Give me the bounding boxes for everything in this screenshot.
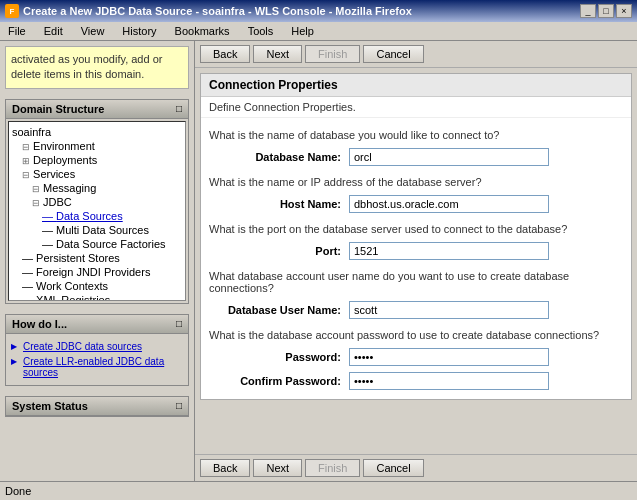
status-bar: Done bbox=[0, 481, 637, 499]
content-subheader: Define Connection Properties. bbox=[201, 97, 631, 118]
domain-structure-header: Domain Structure □ bbox=[6, 100, 188, 119]
left-panel: activated as you modify, add or delete i… bbox=[0, 41, 195, 481]
link-create-llr[interactable]: Create LLR-enabled JDBC data sources bbox=[11, 354, 183, 380]
question-password: What is the database account password to… bbox=[209, 323, 623, 344]
label-password: Password: bbox=[209, 351, 349, 363]
window-controls[interactable]: _ □ × bbox=[580, 4, 632, 18]
how-do-i-panel: How do I... □ Create JDBC data sources C… bbox=[5, 314, 189, 386]
input-password[interactable] bbox=[349, 348, 549, 366]
row-password: Password: bbox=[209, 348, 623, 366]
tree-work-contexts[interactable]: — Work Contexts bbox=[12, 279, 182, 293]
label-port: Port: bbox=[209, 245, 349, 257]
menu-view[interactable]: View bbox=[77, 24, 109, 38]
tree-root-label: soainfra bbox=[12, 126, 51, 138]
menu-bar: File Edit View History Bookmarks Tools H… bbox=[0, 22, 637, 41]
domain-structure-panel: Domain Structure □ soainfra ⊟ Environmen… bbox=[5, 99, 189, 304]
question-port: What is the port on the database server … bbox=[209, 217, 623, 238]
right-scroll: Connection Properties Define Connection … bbox=[195, 68, 637, 454]
input-dbname[interactable] bbox=[349, 148, 549, 166]
system-status-icon[interactable]: □ bbox=[176, 400, 182, 411]
form-area: What is the name of database you would l… bbox=[201, 118, 631, 399]
back-button-top[interactable]: Back bbox=[200, 45, 250, 63]
cancel-button-bottom[interactable]: Cancel bbox=[363, 459, 423, 477]
question-dbname: What is the name of database you would l… bbox=[209, 123, 623, 144]
menu-help[interactable]: Help bbox=[287, 24, 318, 38]
right-content: Back Next Finish Cancel Connection Prope… bbox=[195, 41, 637, 481]
how-do-i-title: How do I... bbox=[12, 318, 67, 330]
maximize-button[interactable]: □ bbox=[598, 4, 614, 18]
domain-structure-title: Domain Structure bbox=[12, 103, 104, 115]
status-text: Done bbox=[5, 485, 31, 497]
tree-multi-data-sources[interactable]: — Multi Data Sources bbox=[12, 223, 182, 237]
label-dbuser: Database User Name: bbox=[209, 304, 349, 316]
tree-services[interactable]: ⊟ Services bbox=[12, 167, 182, 181]
minimize-button[interactable]: _ bbox=[580, 4, 596, 18]
how-do-i-content: Create JDBC data sources Create LLR-enab… bbox=[6, 334, 188, 385]
how-do-i-icon[interactable]: □ bbox=[176, 318, 182, 329]
title-bar-left: F Create a New JDBC Data Source - soainf… bbox=[5, 4, 412, 18]
input-port[interactable] bbox=[349, 242, 549, 260]
tree-foreign-jndi[interactable]: — Foreign JNDI Providers bbox=[12, 265, 182, 279]
label-dbname: Database Name: bbox=[209, 151, 349, 163]
tree-data-source-factories[interactable]: — Data Source Factories bbox=[12, 237, 182, 251]
next-button-top[interactable]: Next bbox=[253, 45, 302, 63]
question-dbuser: What database account user name do you w… bbox=[209, 264, 623, 297]
row-hostname: Host Name: bbox=[209, 195, 623, 213]
content-box: Connection Properties Define Connection … bbox=[200, 73, 632, 400]
close-button[interactable]: × bbox=[616, 4, 632, 18]
input-hostname[interactable] bbox=[349, 195, 549, 213]
back-button-bottom[interactable]: Back bbox=[200, 459, 250, 477]
system-status-title: System Status bbox=[12, 400, 88, 412]
input-confirm-password[interactable] bbox=[349, 372, 549, 390]
row-dbname: Database Name: bbox=[209, 148, 623, 166]
menu-tools[interactable]: Tools bbox=[244, 24, 278, 38]
row-confirm-password: Confirm Password: bbox=[209, 372, 623, 390]
tree-environment[interactable]: ⊟ Environment bbox=[12, 139, 182, 153]
nav-top: Back Next Finish Cancel bbox=[195, 41, 637, 68]
tree-persistent-stores[interactable]: — Persistent Stores bbox=[12, 251, 182, 265]
row-dbuser: Database User Name: bbox=[209, 301, 623, 319]
next-button-bottom[interactable]: Next bbox=[253, 459, 302, 477]
window-title: Create a New JDBC Data Source - soainfra… bbox=[23, 5, 412, 17]
content-header: Connection Properties bbox=[201, 74, 631, 97]
link-create-jdbc[interactable]: Create JDBC data sources bbox=[11, 339, 183, 354]
title-bar: F Create a New JDBC Data Source - soainf… bbox=[0, 0, 637, 22]
input-dbuser[interactable] bbox=[349, 301, 549, 319]
finish-button-bottom[interactable]: Finish bbox=[305, 459, 360, 477]
main-layout: activated as you modify, add or delete i… bbox=[0, 41, 637, 481]
menu-history[interactable]: History bbox=[118, 24, 160, 38]
finish-button-top[interactable]: Finish bbox=[305, 45, 360, 63]
system-status-panel: System Status □ bbox=[5, 396, 189, 417]
label-hostname: Host Name: bbox=[209, 198, 349, 210]
info-text: activated as you modify, add or delete i… bbox=[11, 53, 162, 80]
tree-xml-registries[interactable]: — XML Registries bbox=[12, 293, 182, 301]
cancel-button-top[interactable]: Cancel bbox=[363, 45, 423, 63]
tree-root[interactable]: soainfra bbox=[12, 125, 182, 139]
domain-structure-icon[interactable]: □ bbox=[176, 103, 182, 114]
system-status-header: System Status □ bbox=[6, 397, 188, 416]
menu-bookmarks[interactable]: Bookmarks bbox=[171, 24, 234, 38]
question-hostname: What is the name or IP address of the da… bbox=[209, 170, 623, 191]
info-box: activated as you modify, add or delete i… bbox=[5, 46, 189, 89]
tree-jdbc[interactable]: ⊟ JDBC bbox=[12, 195, 182, 209]
tree-messaging[interactable]: ⊟ Messaging bbox=[12, 181, 182, 195]
menu-file[interactable]: File bbox=[4, 24, 30, 38]
app-icon: F bbox=[5, 4, 19, 18]
how-do-i-header: How do I... □ bbox=[6, 315, 188, 334]
menu-edit[interactable]: Edit bbox=[40, 24, 67, 38]
label-confirm-password: Confirm Password: bbox=[209, 375, 349, 387]
nav-bottom: Back Next Finish Cancel bbox=[195, 454, 637, 481]
domain-tree[interactable]: soainfra ⊟ Environment ⊞ Deployments ⊟ S… bbox=[8, 121, 186, 301]
tree-deployments[interactable]: ⊞ Deployments bbox=[12, 153, 182, 167]
row-port: Port: bbox=[209, 242, 623, 260]
tree-data-sources[interactable]: — Data Sources bbox=[12, 209, 182, 223]
